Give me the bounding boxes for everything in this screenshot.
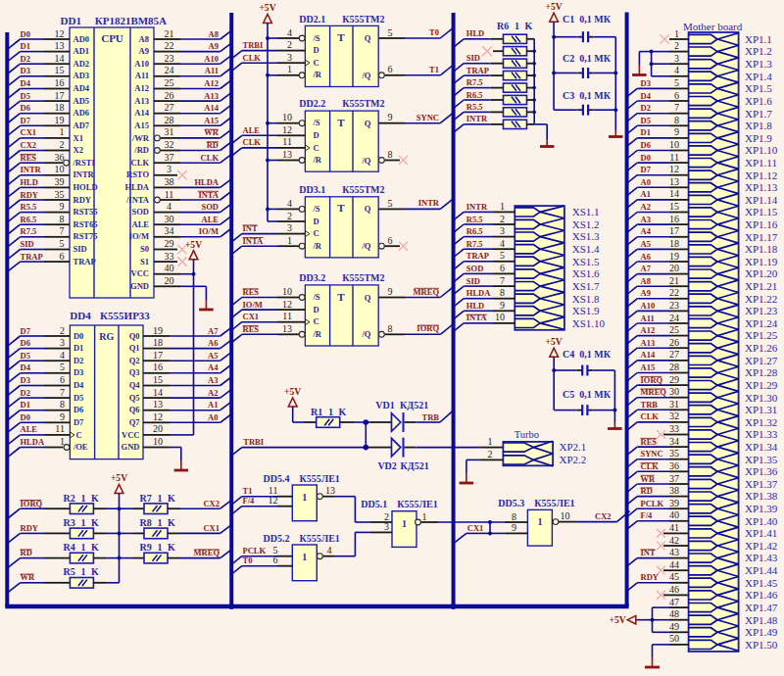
svg-text:/S: /S bbox=[313, 33, 320, 43]
svg-text:K: K bbox=[525, 21, 533, 31]
svg-text:R6: R6 bbox=[497, 21, 509, 31]
svg-text:XP1.49: XP1.49 bbox=[745, 626, 778, 638]
svg-text:/S: /S bbox=[313, 118, 320, 127]
svg-text:Q: Q bbox=[365, 204, 371, 214]
svg-text:R5.5: R5.5 bbox=[466, 102, 483, 112]
svg-text:16: 16 bbox=[669, 214, 679, 224]
svg-text:VCC: VCC bbox=[131, 268, 149, 278]
svg-text:R7: R7 bbox=[140, 493, 152, 504]
svg-text:TRB: TRB bbox=[422, 412, 440, 422]
svg-text:12: 12 bbox=[153, 411, 163, 422]
svg-text:HLD: HLD bbox=[21, 177, 38, 187]
svg-text:XS1.4: XS1.4 bbox=[572, 243, 600, 255]
svg-text:RST75: RST75 bbox=[74, 231, 98, 241]
svg-text:38: 38 bbox=[165, 176, 174, 187]
svg-text:C1 0,1 МК: C1 0,1 МК bbox=[563, 14, 612, 24]
svg-text:SID: SID bbox=[21, 239, 34, 249]
svg-text:IO/M: IO/M bbox=[129, 231, 149, 241]
svg-text:XP1.21: XP1.21 bbox=[745, 280, 777, 292]
svg-text:T: T bbox=[337, 202, 345, 214]
svg-text:10: 10 bbox=[55, 164, 65, 174]
svg-text:VD1: VD1 bbox=[375, 400, 394, 410]
svg-text:6: 6 bbox=[500, 263, 505, 273]
svg-text:DD3.1: DD3.1 bbox=[299, 184, 325, 195]
svg-text:D1: D1 bbox=[21, 41, 30, 51]
svg-text:C: C bbox=[314, 316, 319, 326]
svg-text:C5 0,1 МК: C5 0,1 МК bbox=[563, 389, 612, 400]
svg-text:DD3.2: DD3.2 bbox=[299, 272, 325, 283]
svg-text:XS1.9: XS1.9 bbox=[572, 305, 600, 316]
svg-text:C2 0,1 МК: C2 0,1 МК bbox=[563, 53, 612, 64]
svg-text:1: 1 bbox=[302, 492, 307, 503]
svg-text:CX2: CX2 bbox=[595, 511, 612, 521]
svg-text:CX1: CX1 bbox=[203, 523, 220, 533]
svg-text:XP1.10: XP1.10 bbox=[745, 144, 778, 156]
svg-text:/R: /R bbox=[313, 155, 322, 165]
svg-text:A3: A3 bbox=[208, 375, 218, 385]
svg-text:25: 25 bbox=[165, 77, 174, 88]
svg-text:R8: R8 bbox=[140, 517, 152, 528]
svg-text:11: 11 bbox=[165, 189, 174, 200]
svg-text:1: 1 bbox=[60, 126, 65, 137]
svg-text:AD2: AD2 bbox=[74, 59, 90, 69]
svg-text:XP2.1: XP2.1 bbox=[560, 441, 587, 453]
svg-text:A9: A9 bbox=[209, 41, 219, 51]
svg-text:A10: A10 bbox=[134, 59, 149, 69]
svg-text:AD4: AD4 bbox=[74, 83, 90, 93]
svg-text:XP1.40: XP1.40 bbox=[745, 515, 778, 527]
svg-text:К555ЛЕ1: К555ЛЕ1 bbox=[300, 533, 340, 544]
svg-text:37: 37 bbox=[165, 152, 174, 163]
svg-text:36: 36 bbox=[55, 152, 65, 163]
svg-text:XS1.3: XS1.3 bbox=[572, 230, 600, 242]
svg-text:33: 33 bbox=[165, 251, 174, 262]
svg-text:SOD: SOD bbox=[132, 207, 149, 217]
svg-text:D4: D4 bbox=[74, 380, 84, 390]
svg-text:D3: D3 bbox=[74, 367, 83, 377]
svg-text:K: K bbox=[168, 493, 175, 504]
svg-text:18: 18 bbox=[55, 102, 65, 113]
svg-text:K: K bbox=[339, 407, 347, 417]
svg-text:A9: A9 bbox=[641, 288, 651, 298]
svg-text:GND: GND bbox=[122, 442, 140, 452]
svg-text:XP1.17: XP1.17 bbox=[745, 231, 778, 243]
svg-text:D0: D0 bbox=[21, 29, 30, 39]
svg-text:42: 42 bbox=[669, 535, 679, 546]
svg-text:D0: D0 bbox=[21, 412, 30, 422]
svg-text:S1: S1 bbox=[140, 257, 149, 266]
svg-text:A13: A13 bbox=[641, 338, 656, 348]
svg-text:Q0: Q0 bbox=[129, 331, 140, 341]
svg-text:21: 21 bbox=[669, 275, 679, 286]
svg-text:3: 3 bbox=[287, 222, 292, 233]
svg-text:9: 9 bbox=[512, 522, 516, 533]
svg-text:6: 6 bbox=[60, 374, 65, 385]
svg-text:XP1.27: XP1.27 bbox=[745, 355, 778, 366]
svg-text:A3: A3 bbox=[641, 215, 651, 224]
svg-text:XP1.16: XP1.16 bbox=[745, 218, 778, 230]
svg-text:A0: A0 bbox=[641, 177, 651, 187]
svg-text:SID: SID bbox=[74, 244, 87, 254]
svg-text:D6: D6 bbox=[21, 338, 30, 348]
svg-text:R5.5: R5.5 bbox=[466, 215, 483, 224]
svg-text:24: 24 bbox=[165, 65, 174, 75]
svg-text:8: 8 bbox=[60, 399, 65, 410]
svg-text:HLDA: HLDA bbox=[21, 437, 45, 447]
svg-text:D: D bbox=[314, 305, 319, 314]
svg-text:RST65: RST65 bbox=[74, 219, 98, 229]
svg-text:10: 10 bbox=[282, 286, 292, 297]
svg-text:11: 11 bbox=[282, 311, 292, 321]
svg-text:Q6: Q6 bbox=[129, 405, 140, 414]
svg-text:RDY: RDY bbox=[21, 523, 38, 533]
svg-text:XP1.36: XP1.36 bbox=[745, 465, 778, 477]
svg-text:XP1.24: XP1.24 bbox=[745, 317, 778, 329]
svg-text:XS1.2: XS1.2 bbox=[572, 218, 600, 230]
svg-text:XS1.8: XS1.8 bbox=[572, 293, 600, 305]
svg-text:XP1.28: XP1.28 bbox=[745, 366, 778, 378]
svg-text:R3: R3 bbox=[64, 517, 75, 528]
svg-text:/Q: /Q bbox=[362, 71, 371, 80]
svg-text:A8: A8 bbox=[209, 29, 219, 39]
svg-text:VCC: VCC bbox=[122, 430, 139, 440]
svg-text:INTR: INTR bbox=[21, 165, 42, 174]
svg-text:8: 8 bbox=[500, 287, 505, 298]
svg-text:TRAP: TRAP bbox=[21, 252, 43, 262]
svg-text:F/4: F/4 bbox=[641, 510, 654, 520]
